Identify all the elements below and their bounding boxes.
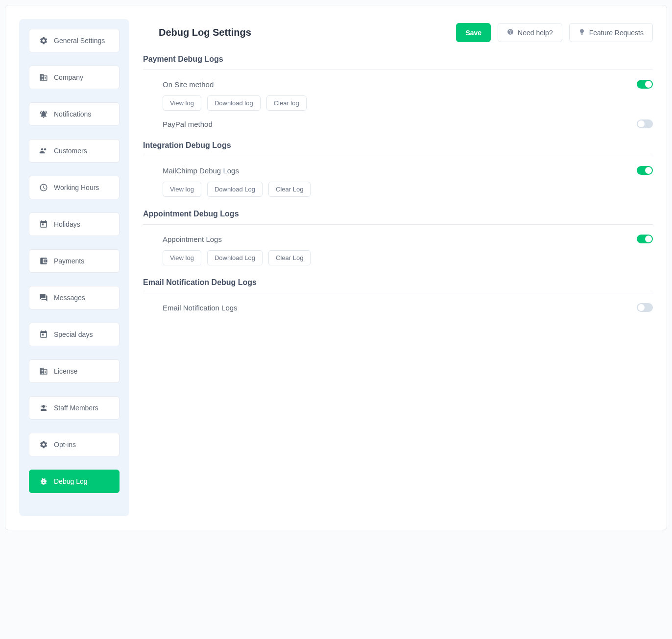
gear-icon	[39, 36, 48, 45]
section-title: Email Notification Debug Logs	[143, 278, 653, 293]
group-icon	[39, 403, 48, 412]
sidebar-item-label: Debug Log	[54, 477, 88, 485]
need-help-button[interactable]: Need help?	[498, 23, 562, 42]
view-log-button[interactable]: View log	[163, 95, 201, 111]
sidebar-item-payments[interactable]: Payments	[29, 249, 120, 273]
log-item-title: MailChimp Debug Logs	[163, 166, 239, 175]
section: Payment Debug LogsOn Site methodView log…	[143, 55, 653, 128]
toggle-switch[interactable]	[637, 166, 653, 175]
section: Appointment Debug LogsAppointment LogsVi…	[143, 210, 653, 265]
section-title: Integration Debug Logs	[143, 141, 653, 156]
sidebar-item-label: Messages	[54, 294, 85, 302]
sidebar-item-label: Payments	[54, 257, 84, 265]
sidebar-item-working-hours[interactable]: Working Hours	[29, 176, 120, 199]
log-item-title: Email Notification Logs	[163, 304, 238, 312]
sidebar-item-opt-ins[interactable]: Opt-ins	[29, 433, 120, 456]
clear-log-button[interactable]: Clear Log	[268, 182, 311, 197]
sidebar-item-label: General Settings	[54, 37, 105, 45]
calendar-icon	[39, 330, 48, 339]
chat-icon	[39, 293, 48, 302]
save-button[interactable]: Save	[456, 23, 491, 42]
log-item: MailChimp Debug LogsView logDownload Log…	[143, 166, 653, 197]
gear-icon	[39, 440, 48, 449]
clock-icon	[39, 183, 48, 192]
clear-log-button[interactable]: Clear log	[266, 95, 307, 111]
sidebar-item-holidays[interactable]: Holidays	[29, 213, 120, 236]
section-title: Payment Debug Logs	[143, 55, 653, 70]
sidebar-item-special-days[interactable]: Special days	[29, 323, 120, 346]
sidebar-item-label: Holidays	[54, 220, 80, 228]
view-log-button[interactable]: View log	[163, 250, 201, 265]
sidebar-item-label: Company	[54, 73, 83, 81]
download-log-button[interactable]: Download Log	[207, 182, 263, 197]
lightbulb-icon	[578, 28, 585, 37]
toggle-switch[interactable]	[637, 80, 653, 89]
bell-icon	[39, 110, 48, 118]
log-item: On Site methodView logDownload logClear …	[143, 80, 653, 111]
sidebar-item-label: Special days	[54, 331, 93, 338]
section: Integration Debug LogsMailChimp Debug Lo…	[143, 141, 653, 197]
sidebar-item-messages[interactable]: Messages	[29, 286, 120, 309]
wallet-icon	[39, 257, 48, 265]
download-log-button[interactable]: Download log	[207, 95, 261, 111]
sidebar-item-label: Opt-ins	[54, 441, 76, 449]
section: Email Notification Debug LogsEmail Notif…	[143, 278, 653, 312]
toggle-switch[interactable]	[637, 303, 653, 312]
sidebar-item-staff-members[interactable]: Staff Members	[29, 396, 120, 420]
sidebar-item-label: Staff Members	[54, 404, 98, 412]
need-help-label: Need help?	[518, 29, 553, 37]
log-item: Appointment LogsView logDownload LogClea…	[143, 235, 653, 265]
log-item: Email Notification Logs	[143, 303, 653, 312]
page-header: Debug Log Settings Save Need help? Featu…	[143, 23, 653, 42]
sidebar-item-label: Notifications	[54, 110, 91, 118]
bug-icon	[39, 477, 48, 486]
section-title: Appointment Debug Logs	[143, 210, 653, 225]
log-item-title: Appointment Logs	[163, 235, 222, 243]
log-item-title: PayPal method	[163, 120, 213, 128]
building-icon	[39, 367, 48, 376]
log-item-title: On Site method	[163, 80, 214, 89]
log-item: PayPal method	[143, 119, 653, 128]
sidebar-item-label: License	[54, 367, 77, 375]
sidebar-item-debug-log[interactable]: Debug Log	[29, 470, 120, 493]
people-icon	[39, 146, 48, 155]
download-log-button[interactable]: Download Log	[207, 250, 263, 265]
help-icon	[507, 28, 514, 37]
page-title: Debug Log Settings	[159, 27, 251, 38]
sidebar-item-general-settings[interactable]: General Settings	[29, 29, 120, 52]
sidebar-item-label: Customers	[54, 147, 87, 155]
building-icon	[39, 73, 48, 82]
sidebar-item-notifications[interactable]: Notifications	[29, 102, 120, 126]
calendar-icon	[39, 220, 48, 229]
sidebar-item-company[interactable]: Company	[29, 66, 120, 89]
clear-log-button[interactable]: Clear Log	[268, 250, 311, 265]
feature-requests-label: Feature Requests	[589, 29, 644, 37]
toggle-switch[interactable]	[637, 119, 653, 128]
sidebar-item-label: Working Hours	[54, 184, 99, 191]
sidebar-item-license[interactable]: License	[29, 359, 120, 383]
settings-sidebar: General SettingsCompanyNotificationsCust…	[19, 19, 129, 516]
toggle-switch[interactable]	[637, 235, 653, 243]
feature-requests-button[interactable]: Feature Requests	[569, 23, 653, 42]
view-log-button[interactable]: View log	[163, 182, 201, 197]
sidebar-item-customers[interactable]: Customers	[29, 139, 120, 163]
